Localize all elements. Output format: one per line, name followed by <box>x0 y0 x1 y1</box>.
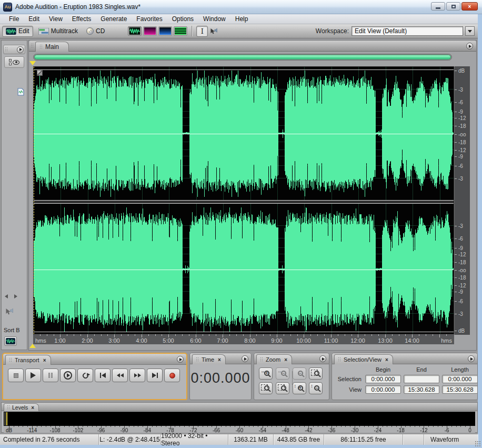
tab-levels[interactable]: Levels × <box>4 403 39 411</box>
playhead-marker-bottom[interactable] <box>29 344 36 348</box>
resize-grip[interactable] <box>475 441 481 447</box>
tab-time[interactable]: Time × <box>192 354 226 364</box>
timeline-ruler[interactable]: hms1:002:003:004:005:006:007:008:009:001… <box>33 334 454 344</box>
close-tab-icon[interactable]: × <box>385 357 388 363</box>
cd-view-mode-button[interactable]: CD <box>83 26 108 37</box>
spectral-frequency-view-button[interactable] <box>143 26 157 36</box>
menu-generate[interactable]: Generate <box>96 15 132 23</box>
panel-grip[interactable] <box>5 47 8 52</box>
view-begin-field[interactable]: 0:00.000 <box>365 385 401 394</box>
levels-scale-minor-tick <box>387 426 387 427</box>
selection-view-menu-button[interactable] <box>468 355 475 362</box>
levels-scale-minor-tick <box>281 426 282 427</box>
close-tab-icon[interactable]: × <box>43 357 46 363</box>
levels-scale-minor-tick <box>383 426 383 427</box>
minimize-button[interactable] <box>431 2 445 11</box>
files-panel-header[interactable] <box>3 45 25 54</box>
menu-file[interactable]: File <box>4 15 24 23</box>
levels-scale-minor-tick <box>83 426 83 427</box>
rewind-button[interactable] <box>112 369 128 382</box>
show-file-types-button[interactable] <box>4 56 24 68</box>
tab-selection-view[interactable]: Selection/View × <box>334 354 393 364</box>
time-menu-button[interactable] <box>242 355 248 362</box>
levels-scale-tick <box>78 426 78 428</box>
menu-help[interactable]: Help <box>230 15 253 23</box>
tab-main[interactable]: Main <box>35 42 69 52</box>
zoom-in-left-edge-button[interactable] <box>259 382 273 394</box>
waveform-display[interactable] <box>34 67 454 334</box>
levels-scale-label: -30 <box>351 427 358 433</box>
menu-effects[interactable]: Effects <box>67 15 96 23</box>
multitrack-view-mode-button[interactable]: Multitrack <box>35 26 81 37</box>
zoom-in-vertical-button[interactable]: ↕+ <box>293 382 306 394</box>
files-panel-menu-button[interactable] <box>17 46 24 53</box>
multitrack-mode-label: Multitrack <box>51 27 78 35</box>
close-tab-icon[interactable]: × <box>218 357 221 363</box>
zoom-out-vertical-button[interactable]: ↕− <box>309 382 323 394</box>
levels-scale-tick <box>355 426 355 428</box>
stop-button[interactable] <box>8 369 24 382</box>
scroll-right-button[interactable] <box>14 294 17 298</box>
scroll-left-button[interactable] <box>5 294 8 298</box>
waveform-view-button[interactable] <box>128 26 142 36</box>
close-icon: × <box>468 4 471 9</box>
pause-button[interactable] <box>43 369 58 382</box>
tab-transport[interactable]: Transport × <box>5 355 51 365</box>
close-button[interactable]: × <box>461 2 478 11</box>
levels-scale-tick <box>286 426 286 428</box>
menu-window[interactable]: Window <box>198 15 230 23</box>
levels-scale-minor-tick <box>106 426 106 427</box>
scrub-tool-button[interactable] <box>208 26 219 37</box>
play-looped-button[interactable] <box>77 369 93 382</box>
spectral-phase-view-button[interactable] <box>174 26 187 36</box>
go-to-end-button[interactable] <box>147 369 163 382</box>
main-panel-menu-button[interactable] <box>466 43 473 49</box>
audio-file-icon[interactable] <box>17 88 24 97</box>
edit-view-mode-button[interactable]: Edit <box>2 26 33 37</box>
zoom-in-horizontal-button[interactable]: ↔+ <box>259 367 273 380</box>
selection-length-field[interactable]: 0:00.000 <box>442 375 478 383</box>
menu-edit[interactable]: Edit <box>24 15 44 23</box>
fast-forward-button[interactable] <box>129 369 145 382</box>
menu-favorites[interactable]: Favorites <box>132 15 167 23</box>
levels-scale-minor-tick <box>115 426 115 427</box>
auto-play-icon[interactable] <box>5 308 14 317</box>
ruler-label-db: -6 <box>458 163 463 168</box>
view-length-field[interactable]: 15:30.628 <box>442 385 478 394</box>
playhead-marker-top[interactable] <box>29 61 36 65</box>
levels-scale-minor-tick <box>198 426 198 427</box>
close-tab-icon[interactable]: × <box>31 405 34 411</box>
horizontal-range-bar[interactable] <box>33 54 452 61</box>
menu-view[interactable]: View <box>44 15 67 23</box>
level-meter[interactable] <box>4 412 475 426</box>
menu-options[interactable]: Options <box>167 15 198 23</box>
time-selection-tool-button[interactable]: I <box>196 26 208 37</box>
selection-handle[interactable] <box>37 70 43 76</box>
record-button[interactable] <box>164 369 180 382</box>
workspace-select[interactable]: Edit View (Default) <box>352 26 463 36</box>
view-end-field[interactable]: 15:30.628 <box>404 385 439 394</box>
zoom-menu-button[interactable] <box>319 355 326 362</box>
close-tab-icon[interactable]: × <box>284 357 287 363</box>
selection-begin-field[interactable]: 0:00.000 <box>365 375 401 383</box>
zoom-in-right-edge-button[interactable] <box>276 382 289 394</box>
timeline-label: 6:00 <box>190 337 201 344</box>
levels-scale-minor-tick <box>23 426 23 427</box>
play-button[interactable] <box>25 369 41 382</box>
timeline-tick <box>392 334 393 336</box>
range-bar-thumb[interactable] <box>34 55 451 59</box>
go-to-beginning-button[interactable] <box>95 369 111 382</box>
transport-menu-button[interactable] <box>177 356 184 363</box>
workspace-dropdown-button[interactable] <box>465 26 475 36</box>
zoom-to-selection-button[interactable] <box>309 367 323 380</box>
spectral-pan-view-button[interactable] <box>158 26 172 36</box>
tab-zoom[interactable]: Zoom × <box>256 354 292 364</box>
ruler-tick <box>455 292 457 292</box>
selection-end-field[interactable] <box>404 375 439 383</box>
maximize-button[interactable] <box>446 2 460 11</box>
amplitude-ruler[interactable]: dB-3-3-6-6-9-9-12-12-18-18-oo-3-3-6-6-9-… <box>454 66 470 335</box>
tab-main-label: Main <box>45 43 59 51</box>
play-from-cursor-button[interactable] <box>60 369 76 382</box>
waveform-filter-button[interactable] <box>4 336 17 346</box>
panel-grip[interactable] <box>31 43 34 48</box>
